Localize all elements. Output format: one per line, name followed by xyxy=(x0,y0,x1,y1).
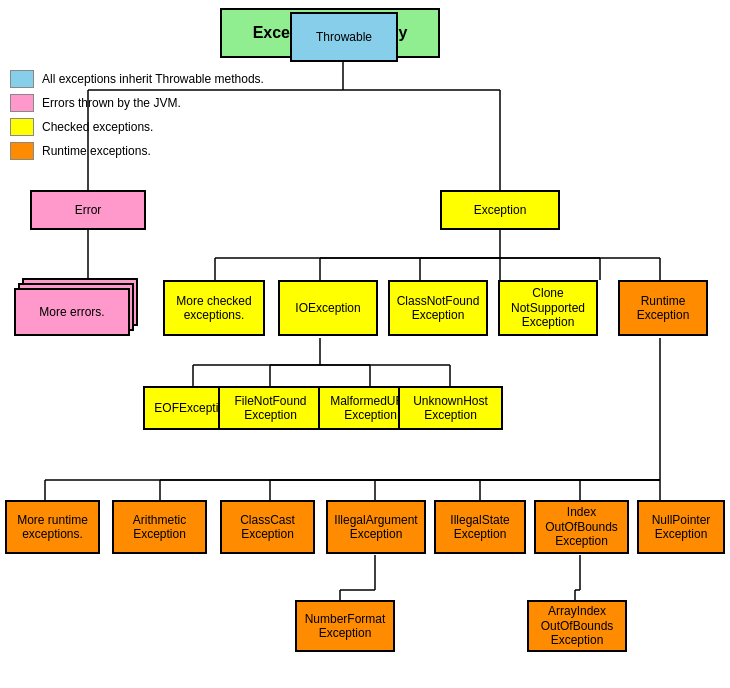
arithmetic-node: Arithmetic Exception xyxy=(112,500,207,554)
legend-item-orange: Runtime exceptions. xyxy=(10,142,264,160)
arrayindexoutofbounds-node: ArrayIndex OutOfBounds Exception xyxy=(527,600,627,652)
runtimeexception-node: Runtime Exception xyxy=(618,280,708,336)
exception-node: Exception xyxy=(440,190,560,230)
illegalargument-node: IllegalArgument Exception xyxy=(326,500,426,554)
legend-color-yellow xyxy=(10,118,34,136)
nullpointer-node: NullPointer Exception xyxy=(637,500,725,554)
classcast-node: ClassCast Exception xyxy=(220,500,315,554)
legend-color-pink xyxy=(10,94,34,112)
legend: All exceptions inherit Throwable methods… xyxy=(10,70,264,166)
unknownhost-node: UnknownHost Exception xyxy=(398,386,503,430)
filenotfound-node: FileNotFound Exception xyxy=(218,386,323,430)
more-runtime-node: More runtime exceptions. xyxy=(5,500,100,554)
clonenotsupported-node: Clone NotSupported Exception xyxy=(498,280,598,336)
ioexception-node: IOException xyxy=(278,280,378,336)
more-checked-node: More checked exceptions. xyxy=(163,280,265,336)
illegalstate-node: IllegalState Exception xyxy=(434,500,526,554)
legend-color-orange xyxy=(10,142,34,160)
legend-item-pink: Errors thrown by the JVM. xyxy=(10,94,264,112)
legend-item-cyan: All exceptions inherit Throwable methods… xyxy=(10,70,264,88)
classnotfound-node: ClassNotFound Exception xyxy=(388,280,488,336)
more-errors-node-1: More errors. xyxy=(14,288,130,336)
throwable-node: Throwable xyxy=(290,12,398,62)
numberformat-node: NumberFormat Exception xyxy=(295,600,395,652)
error-node: Error xyxy=(30,190,146,230)
indexoutofbounds-node: Index OutOfBounds Exception xyxy=(534,500,629,554)
legend-item-yellow: Checked exceptions. xyxy=(10,118,264,136)
legend-color-cyan xyxy=(10,70,34,88)
